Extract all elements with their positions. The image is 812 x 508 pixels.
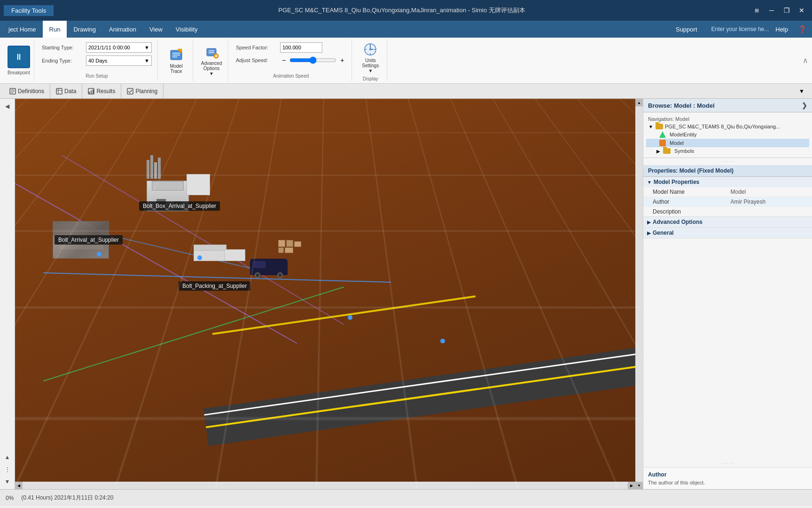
canvas-area[interactable]: Bolt_Box_Arrival_at_Supplier Bolt_Arriva… [15, 99, 643, 489]
vehicle [250, 259, 288, 275]
canvas-scrollbar-v[interactable]: ▲ ▼ [635, 99, 643, 489]
model-trace-button[interactable]: ModelTrace [164, 45, 189, 76]
model-icon [659, 140, 666, 146]
advanced-options-label: AdvancedOptions ▼ [201, 61, 222, 76]
prop-name-model-name: Model Name [653, 189, 731, 195]
svg-rect-26 [93, 89, 94, 94]
symbols-expand-arrow[interactable]: ▶ [656, 148, 661, 154]
prop-group-model: ▼ Model Properties Model Name Model Auth… [643, 177, 812, 217]
tree-expand-arrow[interactable]: ▼ [648, 124, 654, 129]
starting-type-row: Starting Type: 2021/1/11 0:00:00 ▼ [42, 42, 152, 53]
sidebar-dots[interactable]: ⋮ [2, 464, 13, 475]
speed-factor-row: Speed Factor: [236, 42, 346, 53]
label-bolt-packing: Bolt_Packing_at_Supplier [179, 281, 250, 291]
prop-group-general-header[interactable]: ▶ General [643, 228, 812, 238]
planning-icon [127, 88, 133, 95]
close-button[interactable]: ✕ [795, 4, 808, 17]
panel-expand-icon[interactable]: ❯ [802, 102, 807, 109]
ribbon-group-speed: Speed Factor: Adjust Speed: − + Animatio… [230, 40, 352, 81]
menu-item-view[interactable]: View [143, 21, 169, 38]
adjust-speed-label: Adjust Speed: [236, 57, 278, 63]
units-settings-label: UnitsSettings ▼ [360, 58, 381, 73]
prop-value-author[interactable]: Amir Pirayesh [731, 198, 809, 205]
tab-data[interactable]: Data [50, 84, 82, 99]
starting-type-dropdown[interactable]: 2021/1/11 0:00:00 ▼ [86, 42, 152, 53]
canvas-more-button[interactable]: ⋮ [626, 290, 633, 299]
prop-name-author: Author [653, 198, 731, 205]
help-icon[interactable]: ❓ [795, 25, 810, 33]
restore-icon-btn[interactable]: ⊞ [750, 4, 763, 17]
tab-bar: Definitions Data Results Planning ▼ [0, 84, 812, 99]
license-link[interactable]: Enter your license he... [711, 26, 769, 32]
model-entity-label: ModelEntity [668, 132, 696, 137]
tab-planning[interactable]: Planning [121, 84, 164, 99]
restore-button[interactable]: ❐ [780, 4, 793, 17]
sidebar-collapse-left[interactable]: ◀ [2, 101, 13, 112]
ending-type-dropdown[interactable]: 40 Days ▼ [86, 56, 152, 66]
scroll-down-button[interactable]: ▼ [635, 482, 643, 489]
navigation-label: Navigation: Model [646, 115, 809, 123]
definitions-icon [9, 88, 16, 95]
menu-item-visibility[interactable]: Visibility [169, 21, 204, 38]
prop-row-description: Description [643, 207, 812, 216]
advanced-options-prop-label: Advanced Options [653, 219, 703, 225]
scroll-track-h[interactable] [23, 482, 628, 489]
tab-results[interactable]: Results [82, 84, 121, 99]
menu-item-drawing[interactable]: Drawing [67, 21, 102, 38]
model-trace-icon [169, 48, 184, 63]
resize-handle-bottom[interactable]: · · · · · [643, 460, 812, 467]
main-layout: ◀ ▲ ⋮ ▼ [0, 99, 812, 489]
scroll-track-v[interactable] [635, 106, 643, 482]
info-section: Author The author of this object. [643, 467, 812, 489]
cargo-boxes [278, 240, 301, 253]
app-name: Facility Tools [4, 5, 54, 16]
prop-value-model-name[interactable]: Model [731, 189, 809, 195]
menu-item-support[interactable]: Support [669, 21, 704, 38]
speed-slider[interactable] [289, 56, 336, 64]
advanced-options-button[interactable]: AdvancedOptions ▼ [199, 42, 224, 79]
menu-item-run[interactable]: Run [43, 21, 67, 38]
model-props-collapse-icon: ▼ [647, 180, 652, 185]
symbols-label: Symbols [672, 148, 694, 154]
sidebar-scroll-down[interactable]: ▼ [2, 476, 13, 487]
sidebar-scroll-up[interactable]: ▲ [2, 452, 13, 463]
units-settings-button[interactable]: UnitsSettings ▼ [358, 40, 383, 75]
folder-icon-root [656, 124, 663, 129]
ribbon-collapse[interactable]: ∧ [803, 40, 808, 81]
run-setup-label: Run Setup [86, 73, 108, 79]
tree-item-model-entity[interactable]: ModelEntity [646, 130, 809, 139]
tab-results-label: Results [96, 88, 115, 95]
speed-factor-input[interactable] [280, 42, 322, 53]
breakpoint-label: Breakpoint [8, 70, 30, 75]
window-controls: ⊞ ─ ❐ ✕ [750, 4, 808, 17]
ending-type-label: Ending Type: [42, 58, 84, 64]
menu-item-project-home[interactable]: ject Home [2, 21, 43, 38]
left-sidebar: ◀ ▲ ⋮ ▼ [0, 99, 15, 489]
svg-point-11 [369, 48, 371, 50]
menu-item-help[interactable]: Help [769, 21, 795, 38]
tree-item-model[interactable]: Model [646, 139, 809, 147]
prop-group-model-header[interactable]: ▼ Model Properties [643, 177, 812, 187]
model-props-label: Model Properties [654, 179, 699, 185]
browse-title: Browse: Model : Model [648, 102, 715, 109]
canvas-scrollbar-h[interactable]: ◀ ▶ [15, 482, 635, 489]
pause-button[interactable]: ⏸ [8, 46, 30, 68]
tab-overflow-dropdown[interactable]: ▼ [795, 86, 808, 96]
tree-item-root[interactable]: ▼ PGE_SC M&C_TEAMS 8_Qiu Bo,QiuYongxiang… [646, 123, 809, 130]
simulation-scene: Bolt_Box_Arrival_at_Supplier Bolt_Arriva… [15, 99, 643, 489]
minimize-button[interactable]: ─ [765, 4, 778, 17]
adjust-speed-row: Adjust Speed: − + [236, 56, 346, 64]
tab-planning-label: Planning [135, 88, 157, 95]
menu-item-animation[interactable]: Animation [102, 21, 143, 38]
speed-minus-button[interactable]: − [280, 56, 288, 64]
scroll-right-button[interactable]: ▶ [628, 482, 635, 489]
speed-plus-button[interactable]: + [338, 56, 346, 64]
tab-definitions[interactable]: Definitions [4, 84, 50, 99]
entity-dot-3 [348, 315, 352, 320]
scroll-left-button[interactable]: ◀ [15, 482, 23, 489]
resize-handle-top[interactable]: · · · · · [643, 158, 812, 165]
properties-header: Properties: Model (Fixed Model) [643, 165, 812, 177]
scroll-up-button[interactable]: ▲ [635, 99, 643, 106]
tree-item-symbols[interactable]: ▶ Symbols [646, 147, 809, 155]
prop-group-advanced-header[interactable]: ▶ Advanced Options [643, 217, 812, 227]
